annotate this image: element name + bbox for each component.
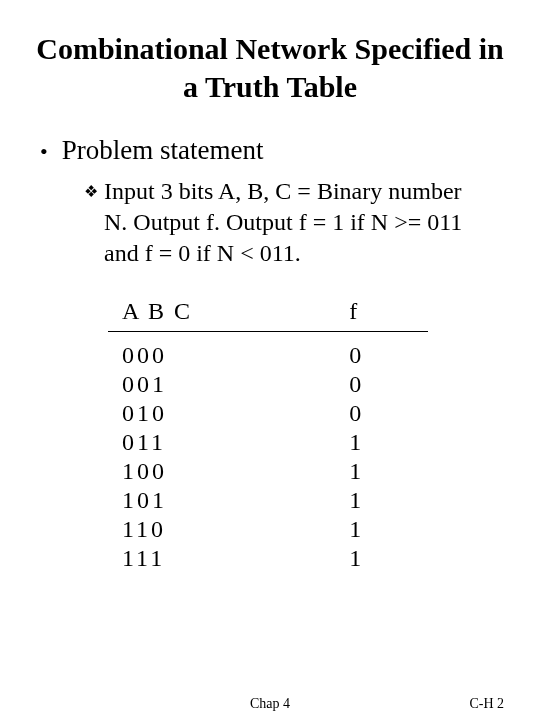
cell-f: 0 bbox=[335, 332, 428, 371]
cell-abc: 011 bbox=[108, 429, 335, 458]
cell-abc: 001 bbox=[108, 371, 335, 400]
bullet-diamond-icon: ❖ bbox=[84, 182, 98, 203]
footer-page: C-H 2 bbox=[469, 696, 504, 712]
cell-f: 1 bbox=[335, 487, 428, 516]
cell-f: 0 bbox=[335, 400, 428, 429]
cell-f: 0 bbox=[335, 371, 428, 400]
table-row: 100 1 bbox=[108, 458, 428, 487]
bullet-level-2: ❖ Input 3 bits A, B, C = Binary number N… bbox=[84, 176, 484, 270]
cell-abc: 110 bbox=[108, 516, 335, 545]
table-row: 111 1 bbox=[108, 545, 428, 574]
cell-f: 1 bbox=[335, 429, 428, 458]
table-row: 011 1 bbox=[108, 429, 428, 458]
slide-title: Combinational Network Specified in a Tru… bbox=[28, 30, 512, 105]
cell-abc: 111 bbox=[108, 545, 335, 574]
bullet-l2-text: Input 3 bits A, B, C = Binary number N. … bbox=[104, 176, 484, 270]
truth-table: A B C f 000 0 001 0 010 0 bbox=[108, 298, 428, 574]
header-f: f bbox=[335, 298, 428, 331]
cell-abc: 101 bbox=[108, 487, 335, 516]
bullet-l1-text: Problem statement bbox=[62, 135, 264, 166]
table-row: 101 1 bbox=[108, 487, 428, 516]
cell-f: 1 bbox=[335, 516, 428, 545]
table-row: 000 0 bbox=[108, 332, 428, 371]
table-row: 010 0 bbox=[108, 400, 428, 429]
cell-f: 1 bbox=[335, 545, 428, 574]
bullet-dot-icon: • bbox=[40, 141, 48, 163]
cell-abc: 000 bbox=[108, 332, 335, 371]
bullet-level-1: • Problem statement bbox=[40, 135, 512, 166]
table-row: 110 1 bbox=[108, 516, 428, 545]
table-row: 001 0 bbox=[108, 371, 428, 400]
table-header-row: A B C f bbox=[108, 298, 428, 331]
footer-chapter: Chap 4 bbox=[250, 696, 290, 712]
cell-abc: 100 bbox=[108, 458, 335, 487]
truth-table-container: A B C f 000 0 001 0 010 0 bbox=[108, 298, 512, 574]
slide: Combinational Network Specified in a Tru… bbox=[0, 0, 540, 720]
cell-f: 1 bbox=[335, 458, 428, 487]
cell-abc: 010 bbox=[108, 400, 335, 429]
header-abc: A B C bbox=[108, 298, 335, 331]
